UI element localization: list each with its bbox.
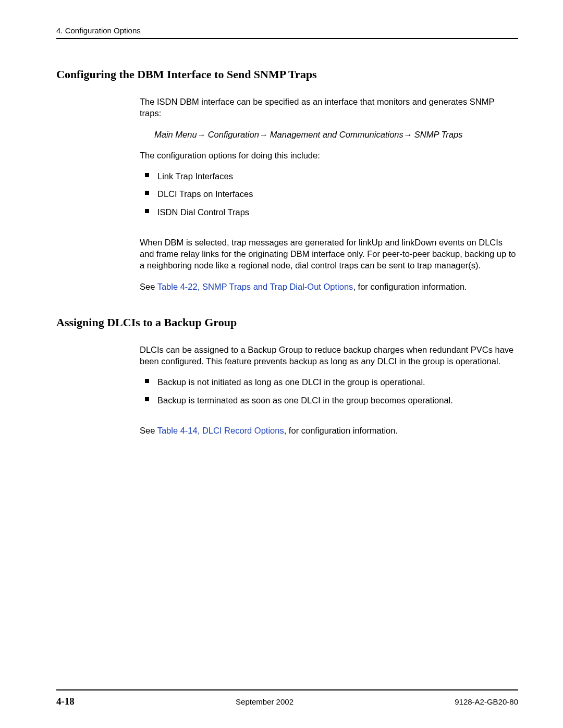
section1-heading: Configuring the DBM Interface to Send SN… bbox=[56, 68, 518, 81]
table-4-14-link[interactable]: Table 4-14, DLCI Record Options bbox=[157, 426, 284, 435]
list-item: ISDN Dial Control Traps bbox=[140, 206, 518, 218]
page-footer: 4-18 September 2002 9128-A2-GB20-80 bbox=[56, 689, 518, 707]
page-header: 4. Configuration Options bbox=[56, 26, 518, 39]
menu-navigation-path: Main Menu→ Configuration→ Management and… bbox=[154, 129, 518, 140]
list-item: DLCI Traps on Interfaces bbox=[140, 188, 518, 200]
footer-doc-id: 9128-A2-GB20-80 bbox=[455, 697, 518, 706]
list-item: Backup is terminated as soon as one DLCI… bbox=[140, 394, 518, 406]
page-number: 4-18 bbox=[56, 696, 75, 707]
page-container: 4. Configuration Options Configuring the… bbox=[0, 0, 563, 728]
see-suffix: , for configuration information. bbox=[284, 426, 398, 435]
section1-content: The ISDN DBM interface can be specified … bbox=[140, 96, 518, 292]
section1-options-intro: The configuration options for doing this… bbox=[140, 150, 518, 161]
section2-content: DLCIs can be assigned to a Backup Group … bbox=[140, 344, 518, 436]
table-4-22-link[interactable]: Table 4-22, SNMP Traps and Trap Dial-Out… bbox=[157, 282, 353, 291]
section1-see-reference: See Table 4-22, SNMP Traps and Trap Dial… bbox=[140, 281, 518, 292]
list-item: Backup is not initiated as long as one D… bbox=[140, 376, 518, 388]
section2-intro: DLCIs can be assigned to a Backup Group … bbox=[140, 344, 518, 367]
footer-date: September 2002 bbox=[236, 697, 293, 706]
see-prefix: See bbox=[140, 426, 157, 435]
section1-para1: When DBM is selected, trap messages are … bbox=[140, 237, 518, 272]
section1-options-list: Link Trap Interfaces DLCI Traps on Inter… bbox=[140, 170, 518, 218]
section1-intro: The ISDN DBM interface can be specified … bbox=[140, 96, 518, 119]
section2-bullets-list: Backup is not initiated as long as one D… bbox=[140, 376, 518, 406]
section2-heading: Assigning DLCIs to a Backup Group bbox=[56, 316, 518, 329]
header-chapter: 4. Configuration Options bbox=[56, 26, 141, 35]
see-prefix: See bbox=[140, 282, 157, 291]
list-item: Link Trap Interfaces bbox=[140, 170, 518, 182]
section2-see-reference: See Table 4-14, DLCI Record Options, for… bbox=[140, 425, 518, 436]
see-suffix: , for configuration information. bbox=[353, 282, 467, 291]
